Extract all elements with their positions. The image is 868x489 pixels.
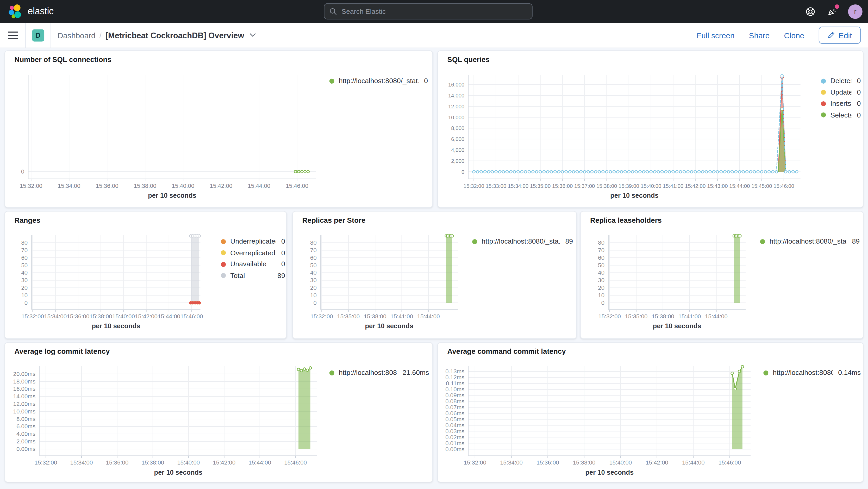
space-badge: D bbox=[32, 29, 44, 41]
svg-text:15:36:00: 15:36:00 bbox=[552, 183, 573, 189]
chevron-down-icon[interactable] bbox=[250, 33, 256, 37]
legend-series-value: 89 bbox=[852, 238, 860, 245]
svg-text:15:34:00: 15:34:00 bbox=[500, 459, 523, 466]
panel-ranges: Ranges 0102030405060708015:32:0015:34:00… bbox=[4, 211, 287, 339]
share-button[interactable]: Share bbox=[749, 31, 770, 40]
legend-series-label: http://localhost:8080... bbox=[773, 369, 833, 376]
svg-text:15:41:00: 15:41:00 bbox=[678, 313, 701, 320]
full-screen-button[interactable]: Full screen bbox=[696, 31, 735, 40]
svg-text:60: 60 bbox=[598, 254, 604, 261]
svg-text:15:32:00: 15:32:00 bbox=[464, 459, 487, 466]
legend-series-label: Deletes bbox=[830, 78, 851, 85]
legend-series-label: Updates bbox=[830, 89, 851, 96]
clone-button[interactable]: Clone bbox=[784, 31, 804, 40]
svg-text:15:34:00: 15:34:00 bbox=[70, 459, 93, 466]
svg-text:15:46:00: 15:46:00 bbox=[284, 459, 307, 466]
svg-text:50: 50 bbox=[598, 262, 604, 269]
svg-text:15:36:00: 15:36:00 bbox=[536, 459, 559, 466]
legend-series-label: Overreplicated bbox=[230, 250, 276, 256]
svg-text:8,000: 8,000 bbox=[451, 125, 464, 131]
svg-text:15:32:00: 15:32:00 bbox=[464, 183, 484, 189]
svg-text:30: 30 bbox=[310, 277, 317, 283]
chart-legend: http://localhost:8080...0.14ms bbox=[763, 369, 861, 381]
svg-text:10: 10 bbox=[598, 292, 604, 299]
legend-item[interactable]: http://localhost:8080/_sta...89 bbox=[472, 238, 573, 245]
svg-text:15:32:00: 15:32:00 bbox=[20, 183, 42, 189]
legend-series-label: http://localhost:8080/_sta... bbox=[770, 238, 847, 245]
edit-button-label: Edit bbox=[839, 31, 852, 40]
legend-item[interactable]: Total89 bbox=[221, 272, 285, 279]
svg-text:per 10 seconds: per 10 seconds bbox=[148, 192, 196, 199]
svg-text:15:41:00: 15:41:00 bbox=[391, 313, 413, 320]
svg-text:0: 0 bbox=[21, 168, 24, 175]
legend-series-label: Unavailable bbox=[230, 261, 276, 268]
legend-series-value: 0 bbox=[857, 89, 861, 96]
search-input[interactable] bbox=[342, 7, 527, 16]
legend-series-dot bbox=[221, 239, 226, 244]
svg-text:15:44:00: 15:44:00 bbox=[248, 183, 270, 189]
svg-text:15:44:00: 15:44:00 bbox=[158, 313, 180, 320]
news-feed-icon[interactable] bbox=[827, 6, 838, 17]
svg-text:10.00ms: 10.00ms bbox=[13, 408, 36, 415]
legend-series-dot bbox=[760, 239, 765, 244]
svg-text:70: 70 bbox=[310, 247, 317, 253]
user-avatar[interactable]: r bbox=[848, 4, 862, 19]
legend-item[interactable]: Selects0 bbox=[821, 112, 861, 119]
breadcrumb-dashboard-link[interactable]: Dashboard bbox=[58, 31, 96, 40]
legend-series-dot bbox=[472, 239, 477, 244]
legend-item[interactable]: http://localhost:8080/_sta...89 bbox=[760, 238, 860, 245]
elastic-logo[interactable]: elastic bbox=[0, 4, 54, 19]
legend-item[interactable]: Updates0 bbox=[821, 89, 861, 96]
svg-text:per 10 seconds: per 10 seconds bbox=[585, 469, 633, 476]
svg-text:20: 20 bbox=[598, 284, 604, 291]
legend-item[interactable]: Deletes0 bbox=[821, 78, 861, 85]
legend-item[interactable]: http://localhost:8080/_stat...0 bbox=[330, 78, 428, 85]
svg-text:12,000: 12,000 bbox=[448, 104, 464, 110]
page-title: [Metricbeat CockroachDB] Overview bbox=[105, 31, 244, 40]
global-search[interactable] bbox=[324, 3, 532, 20]
legend-item[interactable]: Unavailable0 bbox=[221, 261, 285, 268]
chart-legend: http://localhost:808...21.60ms bbox=[330, 369, 429, 381]
svg-text:15:35:00: 15:35:00 bbox=[530, 183, 551, 189]
svg-text:15:38:00: 15:38:00 bbox=[573, 459, 596, 466]
svg-text:15:35:00: 15:35:00 bbox=[337, 313, 360, 320]
svg-text:15:38:00: 15:38:00 bbox=[90, 313, 112, 320]
legend-series-value: 21.60ms bbox=[402, 369, 429, 376]
svg-text:15:42:00: 15:42:00 bbox=[646, 459, 668, 466]
svg-text:15:46:00: 15:46:00 bbox=[286, 183, 308, 189]
chart-canvas: 0102030405060708015:32:0015:35:0015:38:0… bbox=[581, 212, 863, 338]
legend-item[interactable]: http://localhost:808...21.60ms bbox=[330, 369, 429, 376]
legend-series-label: http://localhost:8080/_sta... bbox=[482, 238, 560, 245]
svg-text:14.00ms: 14.00ms bbox=[13, 393, 36, 400]
svg-text:15:38:00: 15:38:00 bbox=[134, 183, 156, 189]
legend-series-dot bbox=[821, 90, 826, 95]
svg-text:0.11ms: 0.11ms bbox=[446, 380, 464, 387]
legend-series-label: Inserts bbox=[830, 100, 851, 107]
edit-button[interactable]: Edit bbox=[819, 27, 861, 44]
search-icon bbox=[330, 7, 337, 16]
panel-replica-leaseholders: Replica leaseholders 0102030405060708015… bbox=[580, 211, 864, 339]
help-icon[interactable] bbox=[805, 6, 816, 17]
legend-series-label: Selects bbox=[830, 112, 851, 119]
app-window: elastic bbox=[0, 0, 868, 489]
legend-series-dot bbox=[330, 370, 334, 375]
svg-text:15:40:00: 15:40:00 bbox=[112, 313, 135, 320]
svg-text:15:33:00: 15:33:00 bbox=[486, 183, 506, 189]
legend-item[interactable]: Inserts0 bbox=[821, 100, 861, 107]
svg-text:0: 0 bbox=[601, 300, 604, 306]
svg-text:15:44:00: 15:44:00 bbox=[705, 313, 727, 320]
svg-text:40: 40 bbox=[310, 269, 317, 276]
chart-canvas: 0.00ms2.00ms4.00ms6.00ms8.00ms10.00ms12.… bbox=[5, 343, 432, 482]
space-switcher[interactable]: D bbox=[26, 23, 51, 48]
legend-item[interactable]: Overreplicated0 bbox=[221, 250, 285, 256]
legend-series-dot bbox=[821, 113, 826, 118]
svg-text:20: 20 bbox=[310, 284, 317, 291]
menu-icon[interactable] bbox=[0, 23, 26, 48]
svg-text:6.00ms: 6.00ms bbox=[17, 423, 35, 430]
legend-item[interactable]: Underreplicated0 bbox=[221, 238, 285, 245]
legend-series-label: http://localhost:808... bbox=[339, 369, 397, 376]
legend-item[interactable]: http://localhost:8080...0.14ms bbox=[763, 369, 861, 376]
chart-canvas: 02,0004,0006,0008,00010,00012,00014,0001… bbox=[438, 51, 863, 207]
legend-series-label: Total bbox=[230, 272, 272, 279]
svg-text:40: 40 bbox=[598, 269, 604, 276]
